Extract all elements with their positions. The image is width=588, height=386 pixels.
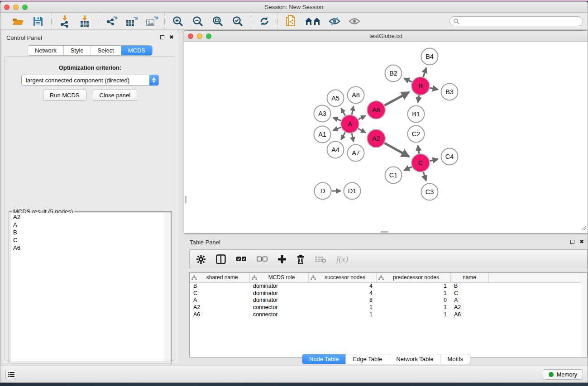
- zoom-fit-icon[interactable]: [210, 14, 225, 28]
- graph-edge-A-A2[interactable]: [358, 129, 365, 133]
- graph-node-B[interactable]: B: [411, 77, 430, 95]
- float-panel-icon[interactable]: [160, 35, 164, 39]
- graph-node-B2[interactable]: B2: [385, 65, 402, 82]
- graph-node-C[interactable]: C: [411, 154, 430, 172]
- graph-edge-A-A5[interactable]: [341, 108, 345, 115]
- criterion-select[interactable]: largest connected component (directed): [21, 75, 159, 86]
- graph-edge-A2-C[interactable]: [384, 143, 409, 157]
- graph-node-A7[interactable]: A7: [348, 145, 364, 162]
- graph-edge-C-C3[interactable]: [423, 172, 426, 181]
- add-column-icon[interactable]: [277, 255, 287, 264]
- select-all-columns-icon[interactable]: [236, 256, 247, 262]
- column-header-successor-nodes[interactable]: successor nodes: [308, 273, 376, 282]
- column-header-shared-name[interactable]: shared name: [190, 273, 249, 282]
- graph-edge-C-C2[interactable]: [418, 146, 419, 154]
- graph-node-B4[interactable]: B4: [421, 48, 438, 65]
- graph-node-C2[interactable]: C2: [408, 126, 425, 143]
- graph-edge-B-B1[interactable]: [418, 95, 419, 103]
- vertical-scroll-thumb[interactable]: [185, 196, 186, 203]
- delete-table-icon[interactable]: [315, 255, 326, 263]
- close-panel-button[interactable]: Close panel: [93, 90, 138, 101]
- graph-edge-B-B3[interactable]: [430, 88, 438, 90]
- tab-motifs[interactable]: Motifs: [440, 354, 470, 364]
- table-row[interactable]: Adominator80A: [190, 297, 588, 304]
- result-list-scrollbar[interactable]: [164, 213, 170, 362]
- zoom-in-icon[interactable]: [171, 14, 185, 28]
- column-header-MCDS-role[interactable]: MCDS role: [249, 273, 308, 282]
- graph-node-B1[interactable]: B1: [408, 106, 425, 123]
- tab-select[interactable]: Select: [91, 46, 121, 55]
- horizontal-scroll-thumb[interactable]: [381, 231, 388, 233]
- mcds-result-item[interactable]: B: [10, 229, 170, 236]
- table-row[interactable]: A2connector11A2: [190, 304, 588, 311]
- mcds-result-item[interactable]: A2: [10, 213, 170, 221]
- export-table-icon[interactable]: [124, 14, 139, 28]
- resize-grip-icon[interactable]: [581, 224, 587, 232]
- delete-columns-trash-icon[interactable]: [296, 254, 305, 264]
- graph-node-A[interactable]: A: [341, 115, 359, 133]
- graph-edge-A-A7[interactable]: [352, 133, 354, 142]
- export-network-icon[interactable]: [104, 14, 119, 28]
- graph-node-C3[interactable]: C3: [421, 184, 438, 200]
- tab-network-table[interactable]: Network Table: [389, 354, 440, 364]
- graph-edge-A-A3[interactable]: [333, 118, 341, 121]
- graph-node-A1[interactable]: A1: [314, 126, 331, 143]
- graph-edge-A6-B[interactable]: [384, 92, 409, 105]
- graph-node-A6[interactable]: A6: [367, 101, 385, 119]
- mcds-result-item[interactable]: A6: [10, 244, 170, 252]
- clone-network-icon[interactable]: [284, 14, 298, 28]
- split-panel-icon[interactable]: [216, 254, 226, 264]
- graph-node-D[interactable]: D: [315, 183, 331, 200]
- graph-node-A5[interactable]: A5: [327, 90, 344, 107]
- memory-button[interactable]: Memory: [543, 369, 583, 380]
- graph-edge-B-B4[interactable]: [423, 68, 426, 77]
- graph-edge-C-C4[interactable]: [430, 159, 438, 161]
- graph-edge-A-A6[interactable]: [359, 116, 366, 119]
- mcds-result-item[interactable]: A: [10, 221, 170, 229]
- refresh-icon[interactable]: [257, 14, 272, 28]
- export-image-icon[interactable]: [144, 14, 158, 28]
- tab-edge-table[interactable]: Edge Table: [346, 354, 389, 364]
- mcds-result-item[interactable]: C: [10, 236, 170, 244]
- network-canvas[interactable]: AA1A2A3A4A5A6A7A8BB1B2B3B4CC1C2C3C4DD1: [185, 42, 587, 233]
- open-session-icon[interactable]: [11, 14, 25, 28]
- show-panels-eye-icon[interactable]: [347, 14, 362, 28]
- tab-style[interactable]: Style: [64, 46, 91, 55]
- tab-node-table[interactable]: Node Table: [302, 354, 346, 364]
- graph-edge-A-A4[interactable]: [341, 132, 345, 139]
- float-table-panel-icon[interactable]: [570, 240, 574, 244]
- close-table-panel-icon[interactable]: ✖: [579, 239, 584, 244]
- graph-node-A4[interactable]: A4: [327, 142, 344, 158]
- close-panel-icon[interactable]: ✖: [169, 35, 174, 39]
- table-row[interactable]: Bdominator41B: [190, 282, 588, 290]
- graph-edge-C-C1[interactable]: [404, 167, 412, 171]
- graph-node-C1[interactable]: C1: [385, 167, 402, 184]
- import-table-icon[interactable]: [77, 14, 92, 28]
- home-icon[interactable]: [304, 14, 322, 28]
- zoom-selected-icon[interactable]: [230, 14, 245, 28]
- save-session-icon[interactable]: [31, 14, 45, 28]
- function-builder-icon[interactable]: f(x): [336, 254, 348, 264]
- hide-panels-eye-icon[interactable]: [327, 14, 342, 28]
- import-network-icon[interactable]: [57, 14, 72, 28]
- search-input[interactable]: [449, 16, 583, 26]
- table-row[interactable]: A6connector11A6: [190, 311, 588, 318]
- graph-edge-A-A8[interactable]: [352, 106, 354, 114]
- zoom-out-icon[interactable]: [191, 14, 205, 28]
- column-header-name[interactable]: name: [450, 273, 488, 282]
- table-settings-gear-icon[interactable]: [196, 254, 206, 264]
- graph-node-B3[interactable]: B3: [441, 84, 458, 100]
- deselect-all-columns-icon[interactable]: [257, 256, 268, 262]
- graph-node-D1[interactable]: D1: [344, 183, 361, 200]
- table-row[interactable]: Cdominator41C: [190, 290, 588, 297]
- task-history-list-icon[interactable]: [5, 370, 16, 379]
- table-scrollbar[interactable]: [581, 273, 587, 357]
- graph-node-A3[interactable]: A3: [314, 105, 331, 122]
- graph-edge-A-A1[interactable]: [333, 127, 341, 130]
- run-mcds-button[interactable]: Run MCDS: [43, 90, 86, 101]
- graph-node-C4[interactable]: C4: [441, 148, 458, 165]
- column-header-predecessor-nodes[interactable]: predecessor nodes: [376, 273, 450, 282]
- graph-node-A8[interactable]: A8: [348, 87, 364, 104]
- tab-network[interactable]: Network: [28, 46, 64, 55]
- tab-mcds[interactable]: MCDS: [121, 46, 152, 55]
